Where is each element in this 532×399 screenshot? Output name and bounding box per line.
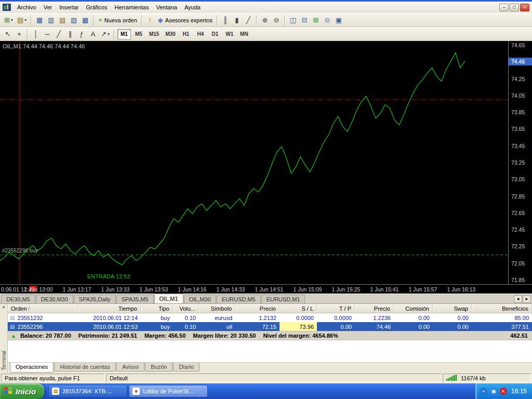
timeframe-h1-button[interactable]: H1 [179,29,193,39]
toolbar-trendline-button[interactable]: ╱ [53,29,64,40]
toolbar-line-chart-button[interactable]: ╱ [243,15,254,26]
taskbar-button-281537364-xtb[interactable]: ▦281537364: XTB-... [48,385,127,397]
timeframe-w1-button[interactable]: W1 [223,29,236,39]
chart-tab-oil-m30[interactable]: OIL,M30 [184,295,216,303]
status-profile[interactable]: Default [106,374,442,382]
chart-plot[interactable]: OIL,M1 74.44 74.46 74.44 74.46 #23552296… [0,41,508,284]
scroll-left-icon[interactable]: ◄ [514,295,522,303]
toolbar-vertical-line-button[interactable]: │ [30,29,42,40]
toolbar-text-button[interactable]: A [87,29,99,40]
toolbar-zoom-out-button[interactable]: ⊖ [271,15,282,26]
column-header-simbolo[interactable]: Símbolo [199,304,235,313]
toolbar-arrows-button[interactable]: ↗▾ [99,29,112,40]
chart-tab-eurusd-m1[interactable]: EURUSD,M1 [261,295,305,303]
price-axis-label: 73.25 [511,159,525,166]
toolbar-expert-advisors-button[interactable]: ◆Asesores expertos [156,15,215,26]
toolbar-arrange-button[interactable]: ⊞ [310,15,322,26]
scroll-right-icon[interactable]: ► [523,295,531,303]
time-axis-label: 1 Jun 14:16 [178,286,207,292]
column-header-beneficios[interactable]: Beneficios [472,304,532,313]
toolbar-strategy-tester-button[interactable]: ▩ [79,15,91,26]
column-header-s-l[interactable]: S / L [280,304,317,313]
menu-item-ver[interactable]: Ver [40,3,56,12]
menu-item-archivo[interactable]: Archivo [14,3,40,12]
menu-item-ayuda[interactable]: Ayuda [181,3,204,12]
toolbar-fibonacci-button[interactable]: ƒ [76,29,87,40]
order-volume: 0.10 [173,322,199,331]
timeframe-m15-button[interactable]: M15 [147,29,162,39]
toolbar-tile-windows-button[interactable]: ◫ [287,15,299,26]
terminal-tab-diario[interactable]: Diario [173,363,200,371]
column-header-t-p[interactable]: T / P [317,304,355,313]
time-axis[interactable]: 0.06.01 12:491 Jun 13:001 Jun 13:171 Jun… [0,284,532,294]
timeframe-m30-button[interactable]: M30 [163,29,178,39]
toolbar-separator [27,29,28,39]
minimize-button[interactable]: – [499,4,509,11]
timeframe-mn-button[interactable]: MN [237,29,251,39]
toolbar-new-order-button[interactable]: +Nueva orden [96,15,139,26]
column-header-swap[interactable]: Swap [433,304,472,313]
column-header-tiempo[interactable]: Tiempo [78,304,141,313]
timeframe-m1-button[interactable]: M1 [117,29,131,39]
chart-canvas[interactable] [0,41,508,284]
order-row-23551232[interactable]: ▤235512322010.06.01 12:14buy0.10eurusd1.… [8,313,532,322]
column-header-precio[interactable]: Precio [235,304,280,313]
market-watch-icon: ▦ [36,17,43,23]
timeframe-m5-button[interactable]: M5 [132,29,145,39]
toolbar-crosshair-button[interactable]: + [14,29,25,40]
toolbar-navigator-button[interactable]: ▨ [57,15,68,26]
chart-tab-de30-m30[interactable]: DE30,M30 [36,295,73,303]
toolbar-new-chart-button[interactable]: ⊞▾ [2,15,15,26]
toolbar-data-window-button[interactable]: ▥ [45,15,57,26]
toolbar-templates-button[interactable]: ▣ [333,15,344,26]
menu-item-graficos[interactable]: Gráficos [83,3,111,12]
terminal-tab-buzon[interactable]: Buzón [145,363,172,371]
column-header-precio[interactable]: Precio [355,304,394,313]
column-header-volu[interactable]: Volu... [173,304,199,313]
timeframe-d1-button[interactable]: D1 [208,29,222,39]
column-header-orden[interactable]: Orden/ [8,304,78,313]
start-button[interactable]: Inicio [0,383,44,399]
chart-tab-de30-m5[interactable]: DE30,M5 [1,295,35,303]
hide-icons-chevron-icon[interactable]: « [480,388,487,395]
order-line-label: #23552296 buy [2,248,38,254]
terminal-tab-historial-de-cuentas[interactable]: Historial de cuentas [54,363,116,371]
toolbar-separator [256,15,257,25]
toolbar-bar-chart-button[interactable]: ║ [220,15,231,26]
price-scale[interactable]: 74.46 74.6574.4574.2574.0573.8573.6573.4… [508,41,532,284]
tray-icons: «▣K [480,388,507,395]
tray-alert-icon[interactable]: K [500,388,507,395]
time-axis-label: 1 Jun 15:09 [294,286,322,292]
chart-tab-spa35-daily[interactable]: SPA35,Daily [74,295,116,303]
menu-item-herramientas[interactable]: Herramientas [111,3,152,12]
text-icon: A [91,31,96,37]
chart-tab-eurusd-m5[interactable]: EURUSD,M5 [217,295,261,303]
toolbar-candlestick-button[interactable]: ▮ [231,15,243,26]
chart-tab-spa35-m5[interactable]: SPA35,M5 [116,295,154,303]
toolbar-zoom-in-button[interactable]: ⊕ [259,15,271,26]
terminal-tab-operaciones[interactable]: Operaciones [10,363,54,373]
order-row-23552296[interactable]: ▤235522962010.06.01 12:53buy0.10oil72.15… [8,322,532,331]
toolbar-cascade-windows-button[interactable]: ⊟ [299,15,310,26]
toolbar-market-watch-button[interactable]: ▦ [34,15,45,26]
maximize-button[interactable]: □ [510,4,519,11]
close-button[interactable]: × [520,4,529,11]
menu-item-insertar[interactable]: Insertar [56,3,82,12]
menu-item-ventana[interactable]: Ventana [153,3,181,12]
toolbar-horizontal-line-button[interactable]: ─ [42,29,53,40]
toolbar-profiles-button[interactable]: ▤▾ [15,15,29,26]
toolbar-cursor-button[interactable]: ↖ [2,29,14,40]
toolbar-period-button[interactable]: ⊙ [322,15,333,26]
terminal-close-icon[interactable]: × [1,305,7,311]
chart-tab-oil-m1[interactable]: OIL,M1 [154,294,183,303]
toolbar-important-button[interactable]: ! [144,15,156,26]
order-current-price: 74.46 [355,322,394,331]
timeframe-h4-button[interactable]: H4 [194,29,207,39]
column-header-tipo[interactable]: Tipo [141,304,173,313]
tray-network-icon[interactable]: ▣ [490,388,497,395]
taskbar-button-lobby-de-pokerst[interactable]: ♠Lobby de PokerSt... [129,385,208,397]
column-header-comision[interactable]: Comisión [394,304,433,313]
terminal-tab-avisos[interactable]: Avisos [116,363,144,371]
toolbar-terminal-panel-button[interactable]: ▧ [68,15,79,26]
toolbar-channel-button[interactable]: ∥ [64,29,76,40]
